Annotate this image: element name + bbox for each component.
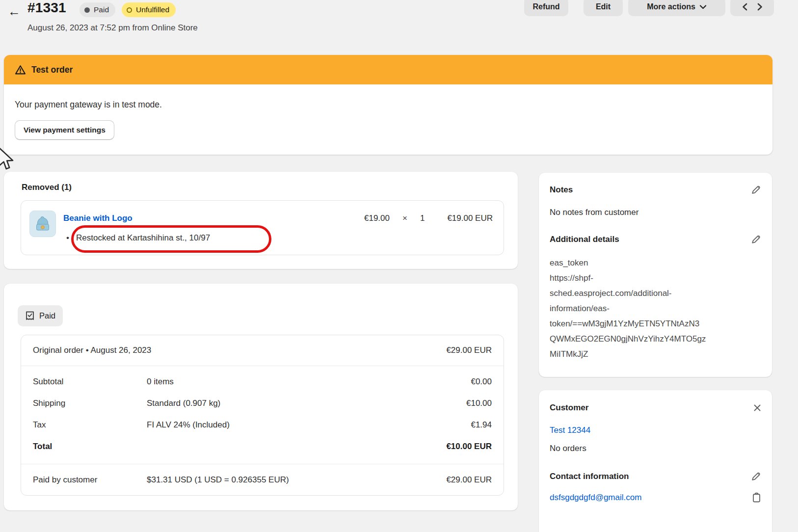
edit-notes-button[interactable] — [751, 185, 761, 195]
payment-summary-box: Original order • August 26, 2023 €29.00 … — [21, 335, 504, 496]
chevron-left-icon — [742, 3, 747, 11]
original-order-label: Original order • August 26, 2023 — [33, 346, 151, 355]
multiply-sign: × — [402, 213, 407, 223]
totals-divider — [21, 464, 504, 464]
copy-email-button[interactable] — [752, 492, 761, 503]
order-pagination — [730, 0, 774, 16]
next-order-button[interactable] — [754, 0, 766, 14]
total-row: Total €10.00 EUR — [21, 436, 504, 457]
test-order-banner-body: Your payment gateway is in test mode. Vi… — [4, 84, 772, 155]
line-item-prices: €19.00 × 1 €19.00 EUR — [364, 213, 493, 223]
more-actions-button[interactable]: More actions — [628, 0, 725, 16]
paid-status-pill: Paid — [18, 305, 63, 326]
refund-button[interactable]: Refund — [524, 0, 568, 16]
original-order-row: Original order • August 26, 2023 €29.00 … — [21, 335, 504, 366]
back-arrow-icon: ← — [8, 4, 21, 19]
chevron-right-icon — [757, 3, 763, 11]
line-total: €19.00 EUR — [447, 213, 493, 223]
removed-line-item: Beanie with Logo • Restocked at Kartashi… — [21, 200, 504, 255]
unfulfilled-circle-icon — [127, 7, 132, 13]
fulfillment-status-badge: Unfulfilled — [122, 2, 176, 17]
remove-customer-button[interactable] — [753, 404, 761, 412]
pencil-icon — [751, 471, 761, 481]
token-label: eas_token — [550, 255, 761, 270]
pencil-icon — [751, 185, 761, 195]
receipt-check-icon — [25, 311, 35, 321]
edit-button[interactable]: Edit — [584, 0, 623, 16]
customer-link[interactable]: Test 12344 — [550, 426, 761, 435]
customer-email-link[interactable]: dsfsgdgdgfd@gmail.com — [550, 493, 641, 503]
customer-title: Customer — [550, 403, 588, 413]
token-line: https://shpf- — [550, 270, 761, 286]
payment-status-badge: Paid — [80, 2, 115, 17]
test-order-banner: Test order Your payment gateway is in te… — [4, 55, 772, 155]
paid-pill-label: Paid — [39, 311, 55, 320]
back-button[interactable]: ← — [6, 3, 23, 20]
product-thumbnail — [29, 211, 56, 237]
chevron-down-icon — [699, 4, 707, 9]
previous-order-button[interactable] — [739, 0, 750, 14]
token-line: MiITMkJjZ — [550, 346, 761, 362]
restock-note: Restocked at Kartashihina st., 10/97 — [76, 233, 210, 243]
token-line: sched.easproject.com/additional- — [550, 286, 761, 301]
edit-additional-details-button[interactable] — [751, 234, 761, 244]
quantity: 1 — [420, 213, 425, 223]
close-icon — [753, 404, 761, 412]
original-order-amount: €29.00 EUR — [446, 346, 492, 355]
customer-orders-count: No orders — [550, 444, 761, 453]
payment-card: Paid Original order • August 26, 2023 €2… — [4, 284, 518, 510]
product-link[interactable]: Beanie with Logo — [63, 213, 133, 223]
page-title: #1331 — [27, 0, 66, 16]
note-bullet: • — [66, 233, 69, 243]
notes-card: Notes No notes from customer Additional … — [539, 173, 772, 377]
beanie-image — [34, 215, 51, 233]
notes-empty-text: No notes from customer — [550, 208, 761, 217]
edit-contact-button[interactable] — [751, 471, 761, 481]
token-line: information/eas- — [550, 301, 761, 316]
clipboard-icon — [752, 492, 761, 503]
paid-by-customer-row: Paid by customer $31.31 USD (1 USD = 0.9… — [21, 469, 504, 491]
removed-items-card: Removed (1) Beanie with Logo • Restocked… — [4, 172, 518, 269]
contact-information-title: Contact information — [550, 472, 629, 481]
view-payment-settings-button[interactable]: View payment settings — [15, 120, 114, 140]
banner-message: Your payment gateway is in test mode. — [15, 100, 762, 110]
customer-card: Customer Test 12344 No orders Contact in… — [539, 390, 772, 532]
test-order-banner-header: Test order — [4, 55, 772, 84]
token-line: QWMxEGO2EGN0gjNhVzYihzY4MTO5gz — [550, 331, 761, 346]
eas-token-block: eas_token https://shpf- sched.easproject… — [550, 255, 761, 362]
pencil-icon — [751, 234, 761, 244]
shipping-row: Shipping Standard (0.907 kg) €10.00 — [21, 393, 504, 414]
additional-details-title: Additional details — [550, 235, 619, 244]
warning-icon — [15, 65, 26, 75]
subtotal-row: Subtotal 0 items €0.00 — [21, 371, 504, 393]
tax-row: Tax FI ALV 24% (Included) €1.94 — [21, 414, 504, 436]
removed-section-title: Removed (1) — [22, 183, 72, 192]
banner-title: Test order — [31, 65, 73, 75]
paid-dot-icon — [84, 7, 90, 13]
notes-title: Notes — [550, 185, 573, 195]
token-line: token/==wM3gjM1YzMyETN5YTNtAzN3 — [550, 316, 761, 331]
order-detail-page: { "header": { "order_number": "#1331", "… — [0, 0, 798, 532]
order-date-source: August 26, 2023 at 7:52 pm from Online S… — [27, 23, 198, 33]
unit-price: €19.00 — [364, 213, 390, 223]
